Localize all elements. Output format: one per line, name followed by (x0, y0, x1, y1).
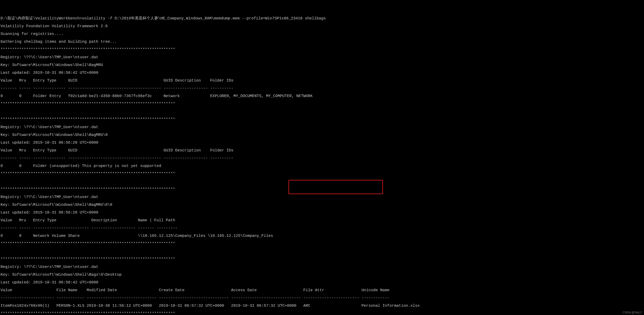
key-line: Key: Software\Microsoft\Windows\Shell\Ba… (1, 273, 643, 277)
stars-line: ****************************************… (1, 172, 643, 176)
header-line: Value File Name Modified Date Create Dat… (1, 288, 643, 292)
stars-line: ****************************************… (1, 187, 643, 191)
command-line: D:\取证\内存取证\VolatilityWorkbench>volatilit… (1, 17, 643, 20)
blank-line (1, 250, 643, 253)
data-row: 0 0 Folder (unsupported) This property i… (1, 164, 643, 168)
updated-line: Last updated: 2019-10-31 06:56:28 UTC+00… (1, 141, 643, 145)
scanning-line: Scanning for registries.... (1, 32, 643, 36)
stars-line: ****************************************… (1, 102, 643, 106)
blank-line (1, 180, 643, 184)
header-line: Value Mru Entry Type GUID GUID Descripti… (1, 149, 643, 152)
key-line: Key: Software\Microsoft\Windows\Shell\Ba… (1, 203, 643, 207)
data-row: ItemPos1024x768x96(1) PERSON~1.XLS 2019-… (1, 304, 643, 308)
blank-line (1, 110, 643, 114)
key-line: Key: Software\Microsoft\Windows\Shell\Ba… (1, 63, 643, 67)
data-row: 0 0 Folder Entry f02c1a0d-be21-4350-88b0… (1, 94, 643, 98)
stars-line: ****************************************… (1, 242, 643, 246)
header-line: Value Mru Entry Type GUID GUID Descripti… (1, 79, 643, 83)
registry-line: Registry: \??\C:\Users\TMP_User\ntuser.d… (1, 265, 643, 269)
banner-line: Volatility Foundation Volatility Framewo… (1, 24, 643, 28)
updated-line: Last updated: 2019-10-31 06:58:42 UTC+00… (1, 281, 643, 284)
registry-line: Registry: \??\C:\Users\TMP_User\ntuser.d… (1, 125, 643, 129)
registry-line: Registry: \??\C:\Users\TMP_User\ntuser.d… (1, 195, 643, 199)
stars-line: ****************************************… (1, 312, 643, 315)
watermark-text: CSDN @YAy17 (623, 311, 642, 314)
stars-line: ****************************************… (1, 118, 643, 121)
registry-line: Registry: \??\C:\Users\TMP_User\ntuser.d… (1, 55, 643, 59)
separator-line: ------- ----- -------------- -----------… (1, 156, 643, 160)
header-line: Value Mru Entry Type Description Name | … (1, 218, 643, 222)
updated-line: Last updated: 2019-10-31 06:58:42 UTC+00… (1, 71, 643, 75)
gathering-line: Gathering shellbag items and building pa… (1, 40, 643, 44)
updated-line: Last updated: 2019-10-31 06:56:28 UTC+00… (1, 211, 643, 215)
separator-line: ------- ----- ------------------------ -… (1, 226, 643, 230)
separator-line: ----------------------- ------------ ---… (1, 296, 643, 300)
stars-line: ****************************************… (1, 48, 643, 52)
separator-line: ------- ----- -------------- -----------… (1, 86, 643, 90)
data-row: 0 0 Network Volume Share \\10.165.12.125… (1, 234, 643, 238)
key-line: Key: Software\Microsoft\Windows\Shell\Ba… (1, 133, 643, 137)
stars-line: ****************************************… (1, 257, 643, 261)
